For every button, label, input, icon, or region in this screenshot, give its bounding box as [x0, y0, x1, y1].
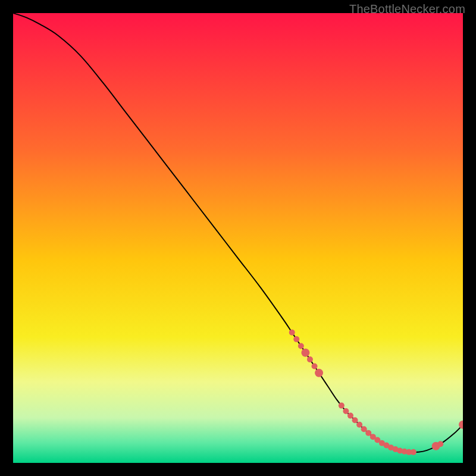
- highlight-marker: [307, 356, 313, 362]
- highlight-marker: [365, 430, 371, 436]
- highlight-marker: [343, 408, 349, 414]
- highlight-marker: [347, 413, 353, 419]
- highlight-marker: [339, 403, 345, 409]
- highlight-marker: [289, 330, 295, 336]
- highlight-marker: [298, 343, 304, 349]
- watermark-text: TheBottleNecker.com: [349, 2, 465, 16]
- highlight-marker: [352, 417, 358, 423]
- chart-plot-area: [13, 13, 463, 463]
- gradient-background: [13, 13, 463, 463]
- chart-svg: [13, 13, 463, 463]
- highlight-marker: [315, 369, 323, 377]
- highlight-marker: [301, 349, 309, 357]
- chart-stage: TheBottleNecker.com: [0, 0, 476, 476]
- highlight-marker: [437, 441, 443, 447]
- highlight-marker: [312, 363, 318, 369]
- highlight-marker: [293, 336, 299, 342]
- highlight-marker: [361, 426, 367, 432]
- highlight-marker: [411, 449, 416, 455]
- highlight-marker: [356, 422, 362, 428]
